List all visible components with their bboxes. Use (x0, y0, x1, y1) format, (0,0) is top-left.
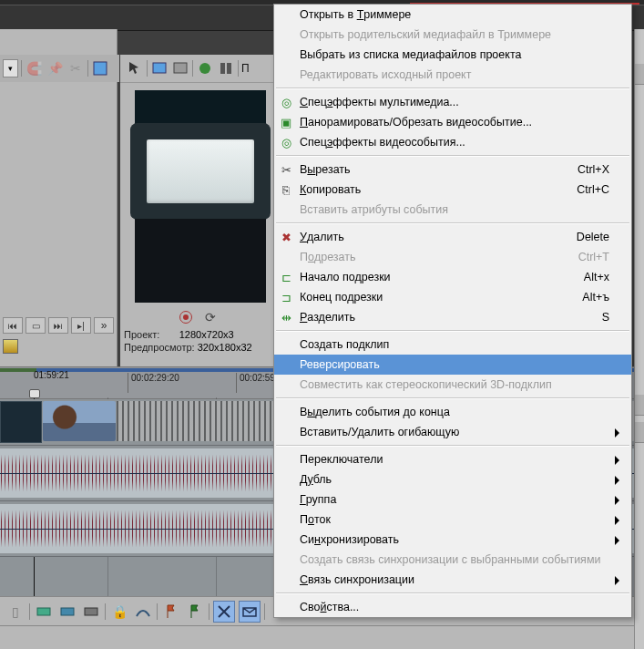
menu-event-fx[interactable]: ◎Спецэффекты видеособытия... (274, 132, 631, 152)
menu-trim-start[interactable]: ⊏Начало подрезкиAlt+х (274, 267, 631, 287)
more-icon[interactable]: » (94, 317, 114, 334)
svg-rect-1 (153, 63, 166, 73)
svg-rect-6 (37, 608, 50, 615)
menu-switches[interactable]: Переключатели (274, 449, 631, 469)
menu-cut[interactable]: ✂ВырезатьCtrl+X (274, 160, 631, 180)
project-value: 1280x720x3 (179, 329, 234, 340)
menu-stream[interactable]: Поток (274, 510, 631, 530)
range-icon[interactable]: ▭ (26, 317, 46, 334)
tool-clip3-icon[interactable] (81, 602, 101, 622)
preview-panel: П ⟳ Проект: 1280x720x3 Предпросмотр: 320… (120, 55, 275, 366)
ruler-tick: 00:02:29:20 (128, 373, 179, 393)
flag-out-icon[interactable] (185, 602, 205, 622)
menu-properties[interactable]: Свойства... (274, 597, 631, 617)
video-preview (135, 90, 266, 303)
menu-select-events-to-end[interactable]: Выделить события до конца (274, 402, 631, 422)
cut-icon[interactable]: ✂ (66, 59, 85, 77)
screen2-icon[interactable] (171, 59, 189, 77)
right-panel-stub (634, 29, 644, 649)
preview-value: 320x180x32 (198, 342, 252, 353)
menu-group[interactable]: Группа (274, 489, 631, 510)
magnet-icon[interactable]: 🧲 (25, 59, 43, 77)
menu-stereo-3d-subclip: Совместить как стереоскопический 3D-подк… (274, 375, 631, 395)
menu-take[interactable]: Дубль (274, 469, 631, 489)
tool-env-icon[interactable] (133, 602, 153, 622)
menu-pan-crop[interactable]: ▣Панорамировать/Обрезать видеособытие... (274, 112, 631, 132)
svg-rect-4 (220, 63, 225, 74)
menu-open-trimmer[interactable]: Открыть в Триммере (274, 5, 631, 25)
menu-trim-end[interactable]: ⊐Конец подрезкиAlt+ъ (274, 287, 631, 307)
menu-sync[interactable]: Синхронизировать (274, 530, 631, 550)
menu-edit-source-project: Редактировать исходный проект (274, 65, 631, 85)
left-toolbar: ▾ 🧲 📌 ✂ (0, 55, 119, 82)
svg-rect-7 (61, 608, 74, 615)
end-icon[interactable]: ▸| (71, 317, 91, 334)
bottom-toolbar-2 (0, 625, 644, 649)
clip-thumb-person[interactable] (43, 401, 116, 441)
menu-trim: ПодрезатьCtrl+T (274, 247, 631, 267)
tool-clip2-icon[interactable] (57, 602, 77, 622)
snap-icon[interactable] (213, 601, 235, 623)
flag-in-icon[interactable] (161, 602, 181, 622)
project-label: Проект: (124, 329, 159, 340)
svg-rect-0 (94, 62, 107, 75)
split-icon[interactable] (217, 59, 235, 77)
menu-media-fx[interactable]: ◎Спецэффекты мультимедиа... (274, 92, 631, 112)
refresh-icon[interactable]: ⟳ (205, 310, 216, 324)
playhead-time: 01:59:21 (34, 370, 69, 380)
window-icon[interactable] (91, 59, 109, 77)
color-swatch[interactable] (3, 339, 18, 354)
tool-lock-icon[interactable]: 🔒 (109, 602, 129, 622)
svg-rect-8 (85, 608, 97, 615)
menu-select-from-project-media[interactable]: Выбрать из списка медиафайлов проекта (274, 45, 631, 65)
preview-label: Предпросмотр: (124, 342, 195, 353)
tool-clip1-icon[interactable] (34, 602, 54, 622)
menu-copy[interactable]: ⎘КопироватьCtrl+C (274, 180, 631, 200)
back-step-icon[interactable]: ⏮ (3, 317, 23, 334)
menu-split[interactable]: ⇹РазделитьS (274, 307, 631, 327)
toolbar-label: П (241, 62, 250, 75)
menu-reverse[interactable]: Реверсировать (274, 355, 631, 375)
menu-paste-event-attrs: Вставить атрибуты события (274, 200, 631, 220)
menu-insert-remove-envelope[interactable]: Вставить/Удалить огибающую (274, 422, 631, 442)
menu-open-parent-trimmer: Открыть родительский медиафайл в Триммер… (274, 25, 631, 45)
fwd-step-icon[interactable]: ⏭ (48, 317, 68, 334)
svg-rect-2 (174, 63, 187, 73)
record-button[interactable] (179, 311, 192, 324)
svg-point-3 (199, 63, 210, 74)
envelope-icon[interactable] (239, 601, 261, 623)
project-info: Проект: 1280x720x3 Предпросмотр: 320x180… (120, 328, 275, 354)
dropdown-toggle[interactable]: ▾ (3, 59, 18, 77)
menu-create-subclip[interactable]: Создать подклип (274, 335, 631, 355)
preview-toolbar: П (120, 55, 275, 83)
menu-sync-link[interactable]: Связь синхронизации (274, 570, 631, 590)
context-menu: Открыть в Триммере Открыть родительский … (273, 4, 632, 618)
menu-delete[interactable]: ✖УдалитьDelete (274, 227, 631, 247)
fx-icon[interactable] (196, 59, 214, 77)
clip-thumb-dark[interactable] (0, 401, 42, 443)
tool-arrow-icon[interactable]: ▯ (5, 602, 26, 622)
menu-create-sync-link: Создать связь синхронизации с выбранными… (274, 550, 631, 570)
screen1-icon[interactable] (150, 59, 169, 77)
svg-rect-5 (227, 63, 231, 74)
pin-icon[interactable]: 📌 (46, 59, 64, 77)
cursor-icon[interactable] (126, 59, 144, 77)
